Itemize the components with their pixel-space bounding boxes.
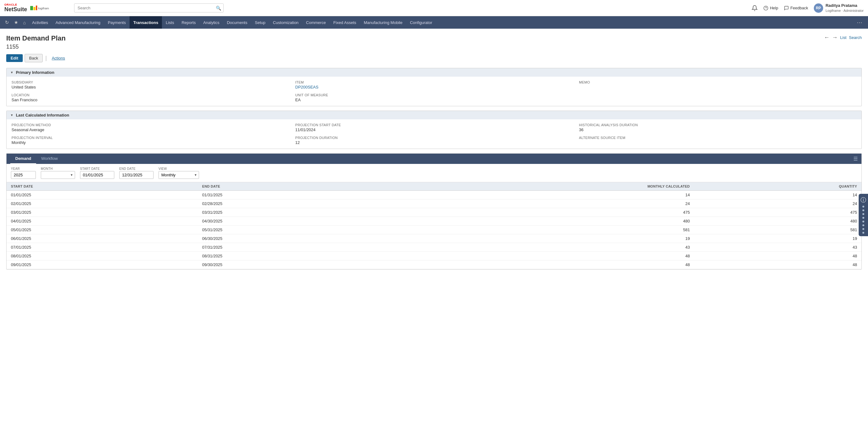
month-label: MONTH <box>41 167 75 171</box>
back-button[interactable]: Back <box>25 54 43 62</box>
cell-end-date: 08/31/2025 <box>198 252 377 260</box>
last-calculated-body: PROJECTION METHOD Seasonal Average PROJE… <box>6 119 862 149</box>
cell-quantity: 48 <box>694 260 862 269</box>
cell-end-date: 01/31/2025 <box>198 191 377 199</box>
oracle-netsuite-logo: ORACLE NetSuite <box>4 3 27 13</box>
search-bar-wrap[interactable]: 🔍 <box>74 3 224 12</box>
search-button[interactable]: 🔍 <box>216 6 221 10</box>
projection-duration-value: 12 <box>295 140 573 145</box>
cell-monthly-calculated: 48 <box>377 260 694 269</box>
nav-star-button[interactable]: ★ <box>11 16 21 29</box>
demand-table: START DATE END DATE MONTHLY CALCULATED Q… <box>6 182 862 269</box>
nav-item-activities[interactable]: Activities <box>28 16 52 29</box>
svg-rect-1 <box>34 7 35 10</box>
nav-item-transactions[interactable]: Transactions <box>130 16 162 29</box>
list-link[interactable]: List <box>840 35 846 40</box>
start-date-label: START DATE <box>80 167 114 171</box>
location-value: San Francisco <box>11 97 289 102</box>
user-info[interactable]: RP Raditya Pratama Logiframe · Administr… <box>814 3 864 13</box>
nav-item-customization[interactable]: Customization <box>269 16 302 29</box>
historical-analysis-duration-label: HISTORICAL ANALYSIS DURATION <box>579 123 857 127</box>
nav-item-advanced-manufacturing[interactable]: Advanced Manufacturing <box>52 16 104 29</box>
table-row: 08/01/2025 08/31/2025 48 48 <box>6 252 862 260</box>
tab-header: Demand Workflow ☰ <box>6 154 862 164</box>
page-header: Item Demand Plan 1155 <box>6 34 66 54</box>
svg-rect-0 <box>30 6 33 10</box>
edit-button[interactable]: Edit <box>6 54 23 62</box>
col-end-date: END DATE <box>198 182 377 191</box>
projection-method-label: PROJECTION METHOD <box>11 123 289 127</box>
nav-item-commerce[interactable]: Commerce <box>302 16 330 29</box>
projection-duration-label: PROJECTION DURATION <box>295 136 573 140</box>
nav-more-button[interactable]: ⋯ <box>854 19 866 26</box>
nav-item-payments[interactable]: Payments <box>104 16 130 29</box>
end-date-label: END DATE <box>119 167 154 171</box>
help-link[interactable]: Help <box>763 6 778 10</box>
nav-item-configurator[interactable]: Configurator <box>406 16 436 29</box>
subsidiary-value: United States <box>11 85 289 89</box>
top-right-actions: Help Feedback RP Raditya Pratama Logifra… <box>751 3 864 13</box>
cell-monthly-calculated: 581 <box>377 225 694 234</box>
nav-item-manufacturing-mobile[interactable]: Manufacturing Mobile <box>360 16 406 29</box>
start-date-input[interactable] <box>80 171 114 179</box>
last-calculated-title: Last Calculated Information <box>16 113 69 118</box>
feedback-icon <box>784 6 789 10</box>
next-button[interactable]: → <box>832 34 838 41</box>
nav-item-fixed-assets[interactable]: Fixed Assets <box>330 16 360 29</box>
tab-demand[interactable]: Demand <box>10 154 36 164</box>
cell-monthly-calculated: 43 <box>377 243 694 252</box>
view-select[interactable]: Monthly Weekly Daily <box>158 171 199 179</box>
view-group: VIEW Monthly Weekly Daily ▼ <box>158 167 199 179</box>
nav-item-setup[interactable]: Setup <box>251 16 269 29</box>
nav-recent-button[interactable]: ↻ <box>2 16 11 29</box>
col-start-date: START DATE <box>6 182 198 191</box>
tab-menu-icon[interactable]: ☰ <box>854 156 858 162</box>
feedback-link[interactable]: Feedback <box>784 6 808 10</box>
notifications-button[interactable] <box>751 5 758 11</box>
last-calculated-header[interactable]: ▼ Last Calculated Information <box>6 111 862 119</box>
table-row: 04/01/2025 04/30/2025 480 480 <box>6 217 862 225</box>
chevron-down-icon-2: ▼ <box>10 114 13 117</box>
memo-field: MEMO <box>579 81 857 89</box>
year-label: YEAR <box>11 167 36 171</box>
divider: | <box>45 55 47 61</box>
widget-dot-2 <box>862 209 864 211</box>
nav-item-analytics[interactable]: Analytics <box>199 16 223 29</box>
projection-duration-field: PROJECTION DURATION 12 <box>295 136 573 145</box>
search-input[interactable] <box>74 3 224 12</box>
avatar: RP <box>814 3 823 13</box>
year-group: YEAR <box>11 167 36 179</box>
search-link[interactable]: Search <box>849 35 862 40</box>
month-select-wrap: JanuaryFebruaryMarch AprilMayJune JulyAu… <box>41 171 75 179</box>
logo-area: ORACLE NetSuite logiframe <box>4 3 67 13</box>
top-bar: ORACLE NetSuite logiframe 🔍 Help Feedbac… <box>0 0 868 16</box>
month-select[interactable]: JanuaryFebruaryMarch AprilMayJune JulyAu… <box>41 171 75 179</box>
primary-information-header[interactable]: ▼ Primary Information <box>6 68 862 76</box>
item-value[interactable]: DP200SEAS <box>295 85 318 89</box>
location-label: LOCATION <box>11 93 289 97</box>
main-content: Item Demand Plan 1155 ← → List Search Ed… <box>0 29 868 279</box>
nav-home-button[interactable]: ⌂ <box>21 16 28 29</box>
year-input[interactable] <box>11 171 36 179</box>
nav-item-documents[interactable]: Documents <box>223 16 251 29</box>
tab-workflow[interactable]: Workflow <box>36 154 63 164</box>
tab-panel: Demand Workflow ☰ YEAR MONTH JanuaryFebr… <box>6 153 862 270</box>
primary-information-section: ▼ Primary Information SUBSIDIARY United … <box>6 68 862 106</box>
info-icon[interactable]: ⓘ <box>861 196 866 204</box>
primary-information-title: Primary Information <box>16 70 55 75</box>
prev-button[interactable]: ← <box>824 34 830 41</box>
subsidiary-field: SUBSIDIARY United States <box>11 81 289 89</box>
nav-item-lists[interactable]: Lists <box>162 16 178 29</box>
side-widget: ⓘ <box>859 194 868 236</box>
cell-start-date: 07/01/2025 <box>6 243 198 252</box>
logiframe-svg: logiframe <box>30 5 49 11</box>
end-date-input[interactable] <box>119 171 154 179</box>
actions-button[interactable]: Actions <box>49 54 68 62</box>
cell-end-date: 07/31/2025 <box>198 243 377 252</box>
col-monthly-calculated: MONTHLY CALCULATED <box>377 182 694 191</box>
cell-quantity: 48 <box>694 252 862 260</box>
nav-item-reports[interactable]: Reports <box>178 16 199 29</box>
projection-interval-label: PROJECTION INTERVAL <box>11 136 289 140</box>
subsidiary-label: SUBSIDIARY <box>11 81 289 84</box>
widget-dot-1 <box>862 206 864 208</box>
